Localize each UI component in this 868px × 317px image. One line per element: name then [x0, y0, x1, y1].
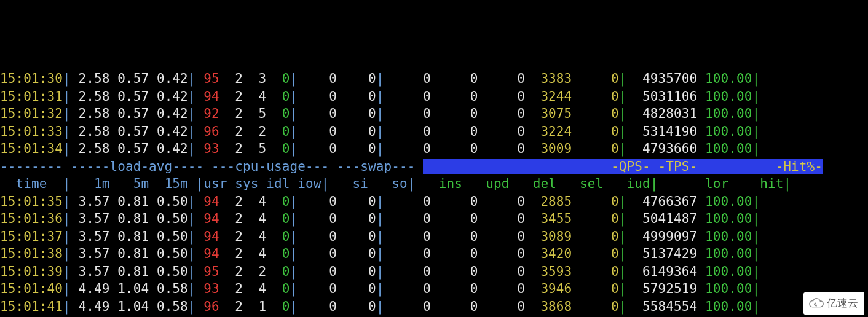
col-hit: 100.00	[697, 211, 752, 226]
col-lor: 5041487	[627, 211, 698, 226]
col-usr: 96	[196, 124, 219, 139]
col-sys: 2	[219, 106, 243, 121]
col-iow: 0	[266, 281, 290, 296]
col-usr: 96	[196, 299, 219, 314]
col-iud: 0	[572, 194, 618, 209]
col-5m: 0.57	[109, 106, 149, 121]
col-hit: 100.00	[697, 71, 752, 86]
col-5m: 0.57	[109, 124, 149, 139]
col-usr: 95	[196, 71, 219, 86]
data-row: 15:01:41| 4.49 1.04 0.58| 96 2 1 0| 0 0|…	[0, 298, 868, 316]
col-ins: 0	[384, 229, 430, 244]
col-iud: 0	[572, 124, 618, 139]
data-row: 15:01:30| 2.58 0.57 0.42| 95 2 3 0| 0 0|…	[0, 70, 868, 88]
data-row: 15:01:33| 2.58 0.57 0.42| 96 2 2 0| 0 0|…	[0, 123, 868, 141]
col-sys: 2	[219, 281, 243, 296]
col-upd: 0	[431, 106, 478, 121]
col-iow: 0	[266, 299, 290, 314]
col-iow: 0	[266, 71, 290, 86]
col-si: 0	[298, 141, 337, 156]
col-idl: 3	[243, 71, 266, 86]
hdr-idl: idl	[259, 176, 290, 191]
col-upd: 0	[431, 89, 478, 104]
col-lor: 5792519	[627, 281, 698, 296]
col-time: 15:01:36	[0, 211, 63, 226]
col-lor: 4766367	[627, 194, 698, 209]
col-idl: 4	[243, 211, 266, 226]
col-usr: 93	[196, 281, 219, 296]
col-iud: 0	[572, 71, 618, 86]
col-so: 0	[337, 246, 376, 261]
col-usr: 94	[196, 211, 219, 226]
col-hit: 100.00	[697, 106, 752, 121]
hdr-time: time	[0, 176, 63, 191]
col-1m: 4.49	[71, 281, 110, 296]
col-so: 0	[337, 106, 376, 121]
col-time: 15:01:39	[0, 264, 63, 279]
col-sel: 3946	[525, 281, 572, 296]
col-sys: 2	[219, 89, 243, 104]
col-iud: 0	[572, 141, 618, 156]
col-iud: 0	[572, 299, 618, 314]
col-15m: 0.50	[149, 246, 188, 261]
section-header-1: -------- -----load-avg---- ---cpu-usage-…	[0, 158, 868, 176]
col-1m: 4.49	[71, 299, 110, 314]
col-time: 15:01:32	[0, 106, 63, 121]
col-sel: 2885	[525, 194, 572, 209]
col-15m: 0.42	[149, 106, 188, 121]
col-5m: 0.57	[109, 141, 149, 156]
col-si: 0	[298, 124, 337, 139]
col-sel: 3593	[525, 264, 572, 279]
col-iow: 0	[266, 264, 290, 279]
col-1m: 2.58	[71, 106, 110, 121]
col-si: 0	[298, 194, 337, 209]
col-time: 15:01:31	[0, 89, 63, 104]
col-sys: 2	[219, 229, 243, 244]
col-lor: 5314190	[627, 124, 698, 139]
col-lor: 6149364	[627, 264, 698, 279]
col-sys: 2	[219, 211, 243, 226]
col-hit: 100.00	[697, 246, 752, 261]
col-idl: 1	[243, 299, 266, 314]
section-header-2: time | 1m 5m 15m |usr sys idl iow| si so…	[0, 175, 868, 193]
data-row: 15:01:38| 3.57 0.81 0.50| 94 2 4 0| 0 0|…	[0, 245, 868, 263]
col-lor: 4935700	[627, 71, 698, 86]
data-row: 15:01:35| 3.57 0.81 0.50| 94 2 4 0| 0 0|…	[0, 193, 868, 211]
col-upd: 0	[431, 71, 478, 86]
col-sel: 3089	[525, 229, 572, 244]
col-upd: 0	[431, 211, 478, 226]
col-si: 0	[298, 89, 337, 104]
col-5m: 0.81	[109, 194, 149, 209]
col-ins: 0	[384, 106, 430, 121]
col-sys: 2	[219, 71, 243, 86]
cloud-icon	[807, 297, 825, 310]
col-idl: 4	[243, 194, 266, 209]
col-usr: 95	[196, 264, 219, 279]
col-5m: 0.81	[109, 229, 149, 244]
col-15m: 0.42	[149, 89, 188, 104]
col-1m: 2.58	[71, 89, 110, 104]
col-upd: 0	[431, 194, 478, 209]
col-ins: 0	[384, 264, 430, 279]
col-sys: 2	[219, 194, 243, 209]
col-sel: 3075	[525, 106, 572, 121]
col-sel: 3009	[525, 141, 572, 156]
col-1m: 2.58	[71, 71, 110, 86]
col-1m: 3.57	[71, 264, 110, 279]
col-sys: 2	[219, 299, 243, 314]
col-iow: 0	[266, 194, 290, 209]
data-row: 15:01:34| 2.58 0.57 0.42| 93 2 5 0| 0 0|…	[0, 140, 868, 158]
col-lor: 4999097	[627, 229, 698, 244]
col-ins: 0	[384, 89, 430, 104]
col-sys: 2	[219, 246, 243, 261]
col-del: 0	[478, 229, 524, 244]
col-hit: 100.00	[697, 299, 752, 314]
hdr-iow: iow	[290, 176, 322, 191]
col-del: 0	[478, 281, 524, 296]
col-15m: 0.50	[149, 211, 188, 226]
col-idl: 4	[243, 281, 266, 296]
col-lor: 5584554	[627, 299, 698, 314]
label-cpu: cpu-usage	[235, 159, 306, 174]
col-del: 0	[478, 246, 524, 261]
col-iow: 0	[266, 106, 290, 121]
